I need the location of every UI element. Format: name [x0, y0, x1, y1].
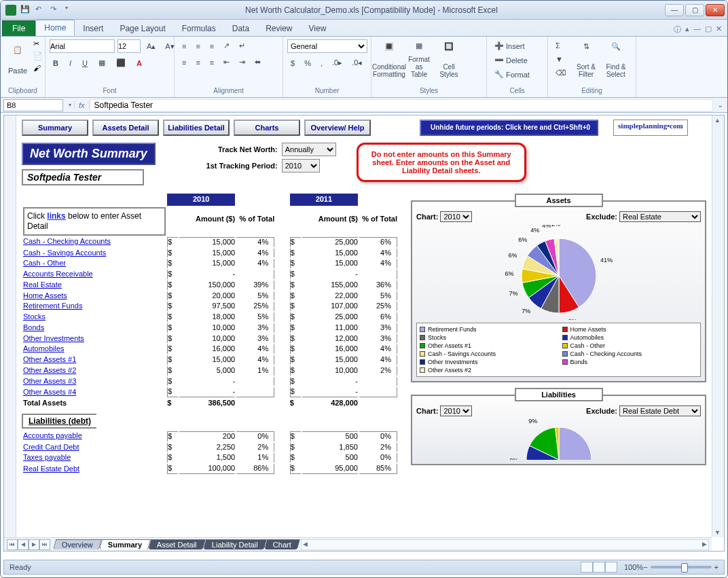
name-box[interactable]	[3, 99, 63, 111]
worksheet-content[interactable]: Summary Assets Detail Liabilities Detail…	[16, 115, 712, 537]
asset-link[interactable]: Home Assets	[23, 291, 166, 301]
sheet-tab-asset-detail[interactable]: Asset Detail	[148, 539, 206, 549]
asset-link[interactable]: Credit Card Debt	[23, 443, 166, 452]
align-bot-icon[interactable]: ≡	[206, 39, 217, 52]
asset-link[interactable]: Stocks	[23, 312, 166, 322]
asset-link[interactable]: Other Assets #3	[23, 377, 166, 386]
close-button[interactable]: ✕	[706, 4, 725, 16]
asset-link[interactable]: Real Estate Debt	[23, 464, 166, 474]
qat-dropdown-icon[interactable]: ▾	[65, 5, 76, 16]
liab-chart-year-select[interactable]: 2010	[440, 405, 472, 416]
liab-exclude-select[interactable]: Real Estate Debt	[619, 405, 701, 416]
asset-link[interactable]: Accounts Receivable	[23, 270, 166, 279]
nav-summary-button[interactable]: Summary	[22, 120, 88, 136]
track-select[interactable]: Annually	[282, 143, 336, 156]
paste-button[interactable]: 📋 Paste	[5, 39, 31, 80]
zoom-level[interactable]: 100%	[624, 563, 643, 571]
fill-color-button[interactable]: ⬛	[113, 56, 129, 69]
minimize-button[interactable]: —	[665, 4, 684, 16]
help-icon[interactable]: ⓘ	[674, 24, 681, 35]
user-name-field[interactable]: Softpedia Tester	[22, 169, 144, 185]
ribbon-min-icon[interactable]: ▴	[685, 24, 689, 33]
percent-icon[interactable]: %	[301, 56, 314, 69]
formula-input[interactable]	[90, 99, 713, 111]
align-center-icon[interactable]: ≡	[192, 56, 203, 69]
view-normal-icon[interactable]	[581, 562, 593, 573]
save-icon[interactable]: 💾	[20, 5, 31, 16]
asset-link[interactable]: Cash - Checking Accounts	[23, 237, 166, 247]
comma-icon[interactable]: ,	[317, 56, 326, 69]
copy-icon[interactable]: 📄	[33, 52, 44, 62]
doc-min-icon[interactable]: —	[693, 24, 701, 33]
indent-inc-icon[interactable]: ⇥	[236, 56, 249, 69]
asset-link[interactable]: Other Assets #1	[23, 355, 166, 365]
insert-cell-button[interactable]: ➕ Insert	[491, 39, 528, 52]
redo-icon[interactable]: ↷	[50, 5, 61, 16]
format-painter-icon[interactable]: 🖌	[33, 64, 44, 75]
find-select-button[interactable]: 🔍Find & Select	[602, 39, 630, 80]
border-button[interactable]: ▦	[95, 56, 109, 69]
file-tab[interactable]: File	[2, 20, 35, 36]
format-as-table-button[interactable]: ▦Format as Table	[405, 39, 433, 80]
wrap-text-icon[interactable]: ↵	[236, 39, 249, 52]
merge-icon[interactable]: ⬌	[251, 56, 264, 69]
tab-nav-first-icon[interactable]: ⏮	[7, 539, 18, 550]
align-right-icon[interactable]: ≡	[206, 56, 217, 69]
asset-link[interactable]: Other Assets #2	[23, 366, 166, 376]
zoom-out-button[interactable]: −	[643, 563, 647, 571]
assets-chart-year-select[interactable]: 2010	[440, 211, 472, 222]
cut-icon[interactable]: ✂	[33, 39, 44, 50]
nav-assets-detail-button[interactable]: Assets Detail	[92, 120, 159, 136]
asset-link[interactable]: Automobiles	[23, 344, 166, 354]
italic-button[interactable]: I	[66, 56, 75, 69]
asset-link[interactable]: Cash - Other	[23, 259, 166, 268]
view-page-break-icon[interactable]	[605, 562, 617, 573]
cell-styles-button[interactable]: 🔲Cell Styles	[435, 39, 462, 80]
nav-charts-button[interactable]: Charts	[234, 120, 300, 136]
asset-link[interactable]: Accounts payable	[23, 431, 166, 441]
formula-expand-icon[interactable]: ⌄	[713, 101, 727, 109]
tab-formulas[interactable]: Formulas	[174, 21, 224, 36]
align-top-icon[interactable]: ≡	[179, 39, 189, 52]
zoom-slider[interactable]	[651, 566, 712, 568]
font-size-input[interactable]	[117, 39, 141, 53]
assets-exclude-select[interactable]: Real Estate	[619, 211, 701, 222]
sort-filter-button[interactable]: ⇅Sort & Filter	[572, 39, 600, 80]
number-format-select[interactable]: General	[287, 39, 367, 53]
sheet-tab-chart[interactable]: Chart	[264, 539, 300, 549]
font-name-input[interactable]	[50, 39, 115, 53]
format-cell-button[interactable]: 🔧 Format	[491, 68, 533, 81]
conditional-formatting-button[interactable]: 🔳Conditional Formatting	[376, 39, 403, 80]
fx-label[interactable]: fx	[74, 101, 90, 109]
underline-button[interactable]: U	[79, 56, 91, 69]
orientation-icon[interactable]: ↗	[220, 39, 233, 52]
row-headers[interactable]	[4, 115, 16, 537]
asset-link[interactable]: Bonds	[23, 323, 166, 333]
increase-font-icon[interactable]: A▴	[143, 39, 159, 53]
sheet-tab-liability-detail[interactable]: Liability Detail	[203, 539, 267, 549]
nav-liabilities-detail-button[interactable]: Liabilities Detail	[163, 120, 230, 136]
tab-nav-next-icon[interactable]: ▶	[29, 539, 39, 550]
asset-link[interactable]: Taxes payable	[23, 453, 166, 463]
asset-link[interactable]: Other Investments	[23, 334, 166, 344]
font-color-button[interactable]: A	[133, 56, 145, 69]
align-mid-icon[interactable]: ≡	[192, 39, 203, 52]
currency-icon[interactable]: $	[287, 56, 298, 69]
tab-insert[interactable]: Insert	[75, 21, 111, 36]
autosum-icon[interactable]: Σ	[552, 39, 570, 52]
tab-view[interactable]: View	[301, 21, 335, 36]
view-page-layout-icon[interactable]	[593, 562, 605, 573]
clear-icon[interactable]: ⌫	[552, 67, 570, 79]
align-left-icon[interactable]: ≡	[179, 56, 189, 69]
asset-link[interactable]: Retirement Funds	[23, 302, 166, 311]
vertical-scrollbar[interactable]	[712, 115, 724, 537]
bold-button[interactable]: B	[50, 56, 62, 69]
increase-decimal-icon[interactable]: .0▸	[329, 56, 346, 69]
tab-page-layout[interactable]: Page Layout	[111, 21, 173, 36]
delete-cell-button[interactable]: ➖ Delete	[491, 54, 531, 67]
decrease-decimal-icon[interactable]: .0◂	[348, 56, 365, 69]
asset-link[interactable]: Other Assets #4	[23, 387, 166, 397]
fill-icon[interactable]: ▼	[552, 53, 570, 65]
indent-dec-icon[interactable]: ⇤	[220, 56, 233, 69]
asset-link[interactable]: Cash - Savings Accounts	[23, 249, 166, 258]
